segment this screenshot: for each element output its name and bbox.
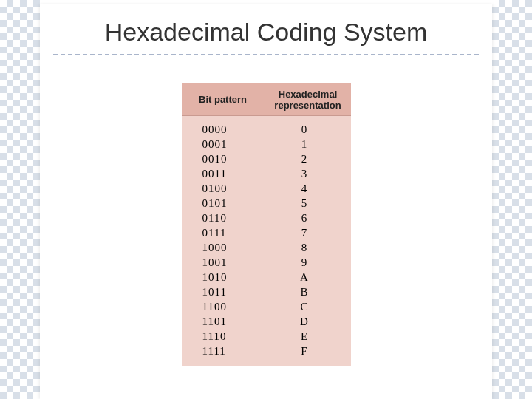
hex-table: Bit pattern 0000 0001 0010 0011 0100 010… xyxy=(182,83,351,366)
table-row: 6 xyxy=(265,211,351,225)
column-header-bit-label: Bit pattern xyxy=(182,94,265,105)
title-divider xyxy=(53,54,479,55)
table-row: 1100 xyxy=(182,299,265,314)
column-header-hex: Hexadecimal representation xyxy=(265,83,351,116)
table-row: D xyxy=(265,314,351,329)
table-row: 0011 xyxy=(182,166,265,181)
table-row: C xyxy=(265,299,351,314)
table-row: 0110 xyxy=(182,211,265,225)
table-row: 5 xyxy=(265,196,351,211)
hex-table-container: Bit pattern 0000 0001 0010 0011 0100 010… xyxy=(40,83,492,366)
background-checker-right xyxy=(492,0,532,399)
table-row: 0000 xyxy=(182,122,265,137)
table-row: 0101 xyxy=(182,196,265,211)
table-row: 1011 xyxy=(182,284,265,299)
column-hex-representation: Hexadecimal representation 0 1 2 3 4 5 6… xyxy=(265,83,351,366)
table-row: 1101 xyxy=(182,314,265,329)
table-row: 3 xyxy=(265,166,351,181)
table-row: 2 xyxy=(265,151,351,166)
table-row: 1001 xyxy=(182,255,265,270)
table-row: 1 xyxy=(265,137,351,151)
column-body-hex: 0 1 2 3 4 5 6 7 8 9 A B C D E F xyxy=(265,116,351,366)
table-row: A xyxy=(265,270,351,284)
column-bit-pattern: Bit pattern 0000 0001 0010 0011 0100 010… xyxy=(182,83,265,366)
column-body-bit: 0000 0001 0010 0011 0100 0101 0110 0111 … xyxy=(182,116,265,366)
column-header-bit: Bit pattern xyxy=(182,83,265,116)
page-title: Hexadecimal Coding System xyxy=(40,4,492,54)
background-checker-left xyxy=(0,0,40,399)
column-header-hex-line2: representation xyxy=(265,100,351,111)
table-row: 9 xyxy=(265,255,351,270)
table-row: E xyxy=(265,329,351,344)
table-row: 1000 xyxy=(182,240,265,255)
column-header-hex-line1: Hexadecimal xyxy=(265,89,351,100)
table-row: 8 xyxy=(265,240,351,255)
table-row: 0 xyxy=(265,122,351,137)
table-row: F xyxy=(265,344,351,358)
table-row: 1110 xyxy=(182,329,265,344)
table-row: 4 xyxy=(265,181,351,196)
table-row: 0001 xyxy=(182,137,265,151)
table-row: 0111 xyxy=(182,225,265,240)
table-row: B xyxy=(265,284,351,299)
table-row: 1010 xyxy=(182,270,265,284)
slide-frame: Hexadecimal Coding System Bit pattern 00… xyxy=(40,4,492,399)
table-row: 7 xyxy=(265,225,351,240)
table-row: 0100 xyxy=(182,181,265,196)
table-row: 0010 xyxy=(182,151,265,166)
table-row: 1111 xyxy=(182,344,265,358)
